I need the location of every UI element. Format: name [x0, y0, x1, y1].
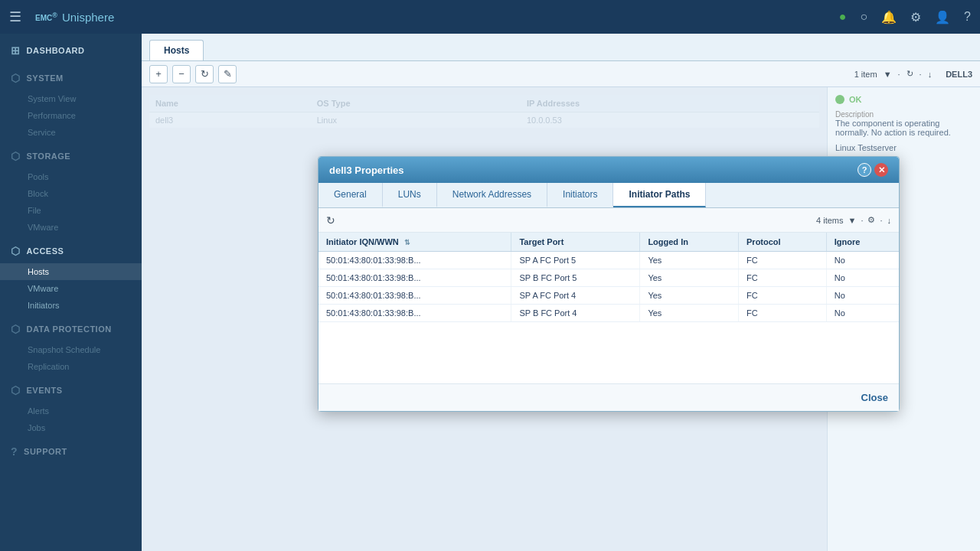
top-bar: ☰ EMC® Unisphere ● ○ 🔔 ⚙ 👤 ? — [0, 0, 980, 34]
sidebar-section-data-protection: ⬡ DATA PROTECTION Snapshot Schedule Repl… — [0, 317, 142, 375]
sidebar-item-support[interactable]: ? SUPPORT — [0, 439, 142, 464]
sidebar-item-performance[interactable]: Performance — [0, 107, 142, 124]
sidebar-item-jobs[interactable]: Jobs — [0, 419, 142, 436]
toolbar-dot2: · — [920, 70, 922, 79]
col-header-protocol: Protocol — [739, 233, 827, 252]
dialog-spacer — [318, 322, 899, 383]
properties-dialog: dell3 Properties ? ✕ General LUNs Networ… — [318, 156, 900, 412]
user-icon[interactable]: 👤 — [935, 10, 950, 24]
toolbar-info: 1 item ▼ · ↻ · ↓ DELL3 — [854, 69, 972, 79]
cell-ignore-0: No — [826, 252, 899, 269]
hamburger-icon[interactable]: ☰ — [9, 8, 21, 25]
col-header-logged-in: Logged In — [640, 233, 739, 252]
download-icon[interactable]: ↓ — [928, 70, 933, 79]
sidebar-item-vmware-access[interactable]: VMware — [0, 280, 142, 297]
system-name: DELL3 — [946, 70, 972, 79]
delete-button[interactable]: − — [172, 65, 191, 83]
sidebar-item-dashboard[interactable]: ⊞ DASHBOARD — [0, 38, 142, 63]
dialog-header-buttons: ? ✕ — [858, 163, 888, 177]
settings-icon[interactable]: ⚙ — [910, 10, 921, 24]
add-button[interactable]: + — [149, 65, 168, 83]
sidebar-item-events[interactable]: ⬡ EVENTS — [0, 378, 142, 403]
sidebar-storage-label: STORAGE — [27, 152, 71, 161]
main-toolbar: + − ↻ ✎ 1 item ▼ · ↻ · ↓ DELL3 — [142, 61, 980, 87]
sidebar-item-system[interactable]: ⬡ SYSTEM — [0, 66, 142, 90]
dialog-settings-icon[interactable]: ⚙ — [867, 215, 875, 225]
refresh-small-icon[interactable]: ↻ — [906, 69, 913, 79]
tabs-bar: Hosts — [142, 34, 980, 61]
sidebar-item-replication[interactable]: Replication — [0, 358, 142, 375]
sidebar-item-system-view[interactable]: System View — [0, 90, 142, 107]
sidebar-item-initiators[interactable]: Initiators — [0, 297, 142, 314]
dashboard-icon: ⊞ — [11, 44, 21, 57]
table-row[interactable]: 50:01:43:80:01:33:98:B... SP B FC Port 4… — [318, 305, 899, 322]
dialog-footer: Close — [318, 383, 899, 411]
search-icon[interactable]: ○ — [860, 10, 867, 24]
sidebar-item-snapshot-schedule[interactable]: Snapshot Schedule — [0, 341, 142, 358]
cell-target-port-2: SP A FC Port 4 — [511, 287, 640, 305]
table-row[interactable]: 50:01:43:80:01:33:98:B... SP A FC Port 5… — [318, 252, 899, 269]
notification-icon[interactable]: 🔔 — [881, 10, 897, 24]
dialog-close-button[interactable]: Close — [861, 392, 888, 403]
col-header-iqn: Initiator IQN/WWN ⇅ — [318, 233, 511, 252]
help-icon[interactable]: ? — [964, 10, 971, 24]
sidebar-item-pools[interactable]: Pools — [0, 168, 142, 185]
dialog-download-icon[interactable]: ↓ — [887, 216, 892, 225]
table-row[interactable]: 50:01:43:80:01:33:98:B... SP B FC Port 5… — [318, 269, 899, 287]
tab-hosts[interactable]: Hosts — [149, 40, 204, 60]
sidebar-item-access[interactable]: ⬡ ACCESS — [0, 239, 142, 263]
sidebar-section-storage: ⬡ STORAGE Pools Block File VMware — [0, 144, 142, 236]
initiator-paths-table: Initiator IQN/WWN ⇅ Target Port Logged I… — [318, 233, 899, 322]
sidebar-item-file[interactable]: File — [0, 202, 142, 219]
dialog-tab-initiators[interactable]: Initiators — [547, 183, 613, 207]
cell-target-port-3: SP B FC Port 4 — [511, 305, 640, 322]
dialog-title: dell3 Properties — [329, 165, 404, 176]
col-header-ignore: Ignore — [826, 233, 899, 252]
dialog-item-count: 4 items — [816, 216, 843, 225]
cell-protocol-3: FC — [739, 305, 827, 322]
refresh-button[interactable]: ↻ — [195, 65, 214, 83]
cell-logged-in-3: Yes — [640, 305, 739, 322]
table-row[interactable]: 50:01:43:80:01:33:98:B... SP A FC Port 4… — [318, 287, 899, 305]
sidebar-section-support: ? SUPPORT — [0, 439, 142, 464]
sidebar-item-hosts[interactable]: Hosts — [0, 263, 142, 280]
dialog-tab-general[interactable]: General — [318, 183, 383, 207]
top-bar-icons: ● ○ 🔔 ⚙ 👤 ? — [839, 10, 971, 24]
content-area: Hosts + − ↻ ✎ 1 item ▼ · ↻ · ↓ DELL3 — [142, 34, 980, 551]
sidebar-item-data-protection[interactable]: ⬡ DATA PROTECTION — [0, 317, 142, 341]
sidebar-item-storage[interactable]: ⬡ STORAGE — [0, 144, 142, 168]
brand-logo: EMC® Unisphere — [35, 11, 114, 24]
sort-icon-iqn[interactable]: ⇅ — [404, 239, 410, 246]
cell-logged-in-2: Yes — [640, 287, 739, 305]
item-count: 1 item — [854, 70, 877, 79]
dialog-dot2: · — [880, 216, 882, 225]
support-icon: ? — [11, 445, 18, 458]
dialog-toolbar-info: 4 items ▼ · ⚙ · ↓ — [816, 215, 891, 225]
edit-button[interactable]: ✎ — [218, 65, 237, 83]
dialog-help-button[interactable]: ? — [858, 163, 871, 177]
dialog-filter-icon[interactable]: ▼ — [848, 216, 856, 225]
sidebar-dp-label: DATA PROTECTION — [27, 324, 112, 334]
sidebar-item-service[interactable]: Service — [0, 124, 142, 141]
cell-iqn-0: 50:01:43:80:01:33:98:B... — [318, 252, 511, 269]
events-icon: ⬡ — [11, 384, 21, 396]
sidebar-access-label: ACCESS — [27, 246, 64, 256]
col-header-target-port: Target Port — [511, 233, 640, 252]
dialog-tab-luns[interactable]: LUNs — [383, 183, 437, 207]
sidebar-item-alerts[interactable]: Alerts — [0, 403, 142, 419]
status-icon: ● — [839, 10, 847, 24]
sidebar-item-block[interactable]: Block — [0, 185, 142, 202]
filter-icon[interactable]: ▼ — [884, 70, 892, 79]
dialog-close-x-button[interactable]: ✕ — [874, 163, 888, 177]
sidebar-item-vmware-storage[interactable]: VMware — [0, 219, 142, 236]
cell-protocol-0: FC — [739, 252, 827, 269]
sidebar-system-label: SYSTEM — [27, 73, 64, 83]
cell-protocol-2: FC — [739, 287, 827, 305]
sidebar-events-label: EVENTS — [27, 386, 63, 395]
dialog-tab-initiator-paths[interactable]: Initiator Paths — [613, 183, 706, 207]
dialog-refresh-icon[interactable]: ↻ — [326, 214, 335, 227]
dialog-dot1: · — [861, 216, 863, 225]
sidebar-section-dashboard: ⊞ DASHBOARD — [0, 38, 142, 63]
cell-iqn-3: 50:01:43:80:01:33:98:B... — [318, 305, 511, 322]
dialog-tab-network-addresses[interactable]: Network Addresses — [437, 183, 547, 207]
